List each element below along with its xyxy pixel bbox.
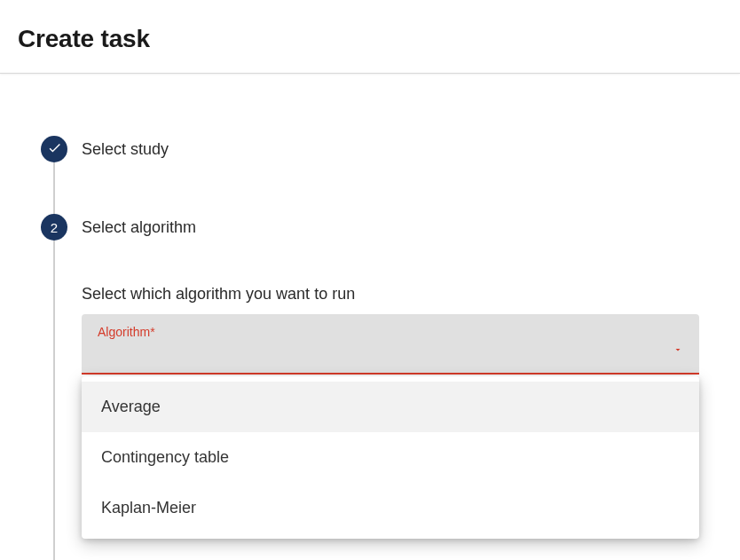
step-2-number: 2 [51, 220, 58, 235]
chevron-down-icon [673, 343, 683, 359]
dropdown-option-kaplan-meier[interactable]: Kaplan-Meier [82, 483, 699, 533]
step-2-fields: Select which algorithm you want to run A… [82, 285, 699, 560]
step-2-label: Select algorithm [82, 214, 196, 241]
dropdown-option-contingency-table[interactable]: Contingency table [82, 432, 699, 483]
step-connector [53, 241, 55, 560]
algorithm-select-label: Algorithm* [98, 325, 683, 339]
step-1-label: Select study [82, 136, 169, 162]
stepper: Select study 2 Select algorithm Select w… [41, 136, 699, 560]
checkmark-icon [47, 140, 62, 158]
page-title: Create task [18, 25, 722, 53]
step-select-study: Select study [41, 136, 699, 162]
algorithm-select-wrap: Algorithm* Average Contingency table Kap… [82, 314, 699, 375]
dropdown-option-average[interactable]: Average [82, 382, 699, 432]
step-1-indicator [41, 136, 67, 162]
step-connector [53, 162, 55, 216]
stepper-content: Select study 2 Select algorithm Select w… [0, 74, 740, 560]
algorithm-select[interactable]: Algorithm* [82, 314, 699, 375]
algorithm-intro: Select which algorithm you want to run [82, 285, 699, 304]
step-select-algorithm: 2 Select algorithm [41, 214, 699, 241]
page-header: Create task [0, 0, 740, 74]
step-2-indicator: 2 [41, 214, 67, 241]
algorithm-dropdown: Average Contingency table Kaplan-Meier [82, 376, 699, 539]
